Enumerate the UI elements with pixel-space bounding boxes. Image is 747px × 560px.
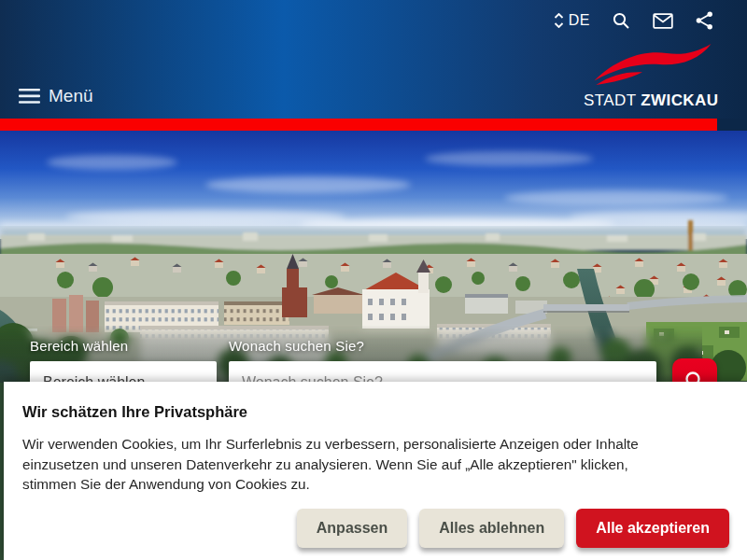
logo-text: STADT ZWICKAU (584, 91, 714, 110)
menu-button[interactable]: Menü (19, 86, 93, 106)
logo-swoosh-icon (591, 43, 714, 86)
cookie-reject-button[interactable]: Alles ablehnen (419, 509, 564, 548)
updown-chevrons-icon (554, 13, 564, 28)
language-switcher[interactable]: DE (554, 12, 590, 29)
cookie-customize-button[interactable]: Anpassen (297, 509, 407, 548)
utility-bar: DE (554, 7, 713, 34)
cookie-accept-button[interactable]: Alle akzeptieren (576, 509, 729, 548)
accent-red-bar (0, 119, 717, 131)
hamburger-icon (19, 89, 40, 104)
menu-label: Menü (49, 86, 93, 106)
share-icon[interactable] (696, 11, 713, 30)
cookie-banner-title: Wir schätzen Ihre Privatsphäre (22, 403, 729, 421)
language-label: DE (569, 12, 590, 29)
stadt-zwickau-logo[interactable]: STADT ZWICKAU (584, 43, 714, 110)
query-input-label: Wonach suchen Sie? (229, 338, 364, 354)
area-select-label: Bereich wählen (30, 338, 128, 354)
mail-icon[interactable] (653, 13, 673, 29)
cookie-consent-banner: Wir schätzen Ihre Privatsphäre Wir verwe… (4, 382, 747, 560)
site-header: DE Menü (0, 0, 747, 119)
search-icon[interactable] (613, 12, 630, 30)
cookie-banner-text: Wir verwenden Cookies, um Ihr Surferlebn… (22, 434, 682, 495)
cookie-banner-actions: Anpassen Alles ablehnen Alle akzeptieren (22, 509, 729, 548)
